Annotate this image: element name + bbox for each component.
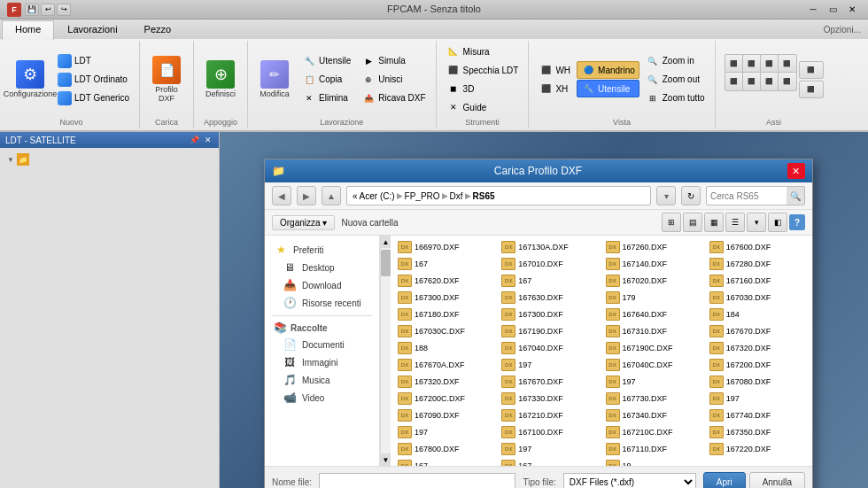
assi-btn-2[interactable]: ⬛ — [742, 54, 762, 74]
tab-home[interactable]: Home — [2, 20, 54, 40]
filename-input[interactable] — [319, 473, 515, 488]
cancel-btn[interactable]: Annulla — [749, 472, 805, 488]
breadcrumb-expand-btn[interactable]: ▾ — [656, 186, 676, 205]
scroll-up-btn[interactable]: ▲ — [381, 236, 391, 248]
breadcrumb-rs65[interactable]: RS65 — [473, 191, 495, 201]
panel-close-btn[interactable]: ✕ — [203, 136, 213, 144]
zoom-out-btn[interactable]: 🔍 Zoom out — [641, 71, 709, 89]
file-item[interactable]: DX179 — [602, 290, 705, 306]
open-btn[interactable]: Apri — [703, 472, 746, 488]
file-item[interactable]: DX167080.DXF — [706, 374, 809, 390]
file-item[interactable]: DX167300.DXF — [394, 290, 497, 306]
assi-btn-7[interactable]: ⬛ — [760, 72, 779, 91]
file-item[interactable]: DX167800.DXF — [394, 441, 497, 457]
panel-pin-btn[interactable]: 📌 — [188, 136, 201, 144]
sidebar-documenti[interactable]: 📄 Documenti — [265, 336, 379, 353]
file-item[interactable]: DX197 — [498, 357, 601, 373]
preview-btn[interactable]: ◧ — [768, 213, 787, 232]
configurazione-btn[interactable]: ⚙ Configurazione — [9, 53, 51, 106]
file-item[interactable]: DX188 — [394, 340, 497, 356]
view-medium-btn[interactable]: ▤ — [683, 213, 702, 232]
ldt-generico-btn[interactable]: LDT Generico — [53, 89, 134, 107]
breadcrumb-fppro[interactable]: FP_PRO — [405, 191, 440, 201]
close-btn[interactable]: ✕ — [843, 3, 861, 17]
zoom-in-btn[interactable]: 🔍 Zoom in — [641, 52, 709, 70]
assi-btn-1[interactable]: ⬛ — [725, 54, 744, 74]
file-item[interactable]: DX167220.DXF — [706, 441, 809, 457]
view-small-btn[interactable]: ▦ — [704, 213, 724, 232]
sidebar-immagini[interactable]: 🖼 Immagini — [265, 353, 379, 371]
wh-btn[interactable]: ⬛ WH — [534, 61, 575, 79]
ldt-btn[interactable]: LDT — [53, 52, 134, 70]
file-item[interactable]: DX167210C.DXF — [602, 424, 705, 440]
file-item[interactable]: DX167740.DXF — [706, 407, 809, 423]
xh-btn[interactable]: ⬛ XH — [534, 80, 575, 97]
new-folder-btn[interactable]: Nuova cartella — [338, 216, 402, 229]
tab-pezzo[interactable]: Pezzo — [131, 20, 185, 40]
file-item[interactable]: DX167300.DXF — [498, 306, 601, 322]
file-item[interactable]: DX167110.DXF — [602, 441, 705, 457]
ricava-dxf-btn[interactable]: 📤 Ricava DXF — [357, 89, 430, 107]
view-dropdown-btn[interactable]: ▾ — [747, 213, 766, 232]
file-item[interactable]: DX167190.DXF — [498, 323, 601, 339]
file-item[interactable]: DX167200C.DXF — [394, 391, 497, 407]
minimize-btn[interactable]: ─ — [804, 3, 822, 17]
file-item[interactable]: DX167670.DXF — [498, 374, 601, 390]
file-item[interactable]: DX167730.DXF — [602, 391, 705, 407]
file-item[interactable]: DX167210.DXF — [498, 407, 601, 423]
specchia-ldt-btn[interactable]: ⬛ Specchia LDT — [442, 61, 523, 79]
breadcrumb-drive[interactable]: Acer (C:) — [360, 191, 395, 201]
utensile-btn[interactable]: 🔧 Utensile — [298, 52, 355, 70]
assi-btn-6[interactable]: ⬛ — [742, 72, 762, 91]
file-item[interactable]: DX197 — [602, 374, 705, 390]
file-item[interactable]: DX167280.DXF — [706, 256, 809, 272]
organiza-btn[interactable]: Organizza ▾ — [272, 215, 335, 230]
unisci-btn[interactable]: ⊕ Unisci — [357, 71, 430, 89]
file-item[interactable]: DX167010.DXF — [498, 256, 601, 272]
tree-root[interactable]: ▼ 📁 — [4, 151, 215, 167]
up-btn[interactable]: ▲ — [322, 186, 341, 205]
search-btn[interactable]: 🔍 — [787, 187, 804, 205]
file-item[interactable]: DX167 — [394, 256, 497, 272]
file-scrollbar[interactable]: ▲ ▼ — [380, 236, 391, 466]
file-item[interactable]: DX167310.DXF — [602, 323, 705, 339]
view-large-btn[interactable]: ⊞ — [662, 213, 681, 232]
file-item[interactable]: DX167670A.DXF — [394, 357, 497, 373]
file-item[interactable]: DX167090.DXF — [394, 407, 497, 423]
file-item[interactable]: DX167620.DXF — [394, 273, 497, 289]
search-input[interactable] — [707, 191, 787, 201]
sidebar-musica[interactable]: 🎵 Musica — [265, 371, 379, 389]
file-item[interactable]: DX167 — [394, 458, 497, 466]
file-item[interactable]: DX167640.DXF — [602, 306, 705, 322]
3d-btn[interactable]: ◼ 3D — [442, 80, 523, 97]
copia-btn[interactable]: 📋 Copia — [298, 71, 355, 89]
misura-btn[interactable]: 📐 Misura — [442, 43, 523, 60]
assi-btn-big-1[interactable]: ⬛ — [799, 61, 824, 79]
assi-btn-big-2[interactable]: ⬛ — [799, 81, 824, 98]
refresh-btn[interactable]: ↻ — [681, 186, 701, 205]
file-item[interactable]: DX167320.DXF — [394, 374, 497, 390]
file-item[interactable]: DX167030.DXF — [706, 290, 809, 306]
assi-btn-5[interactable]: ⬛ — [725, 72, 744, 91]
file-item[interactable]: DX167340.DXF — [602, 407, 705, 423]
file-item[interactable]: DX167330.DXF — [498, 391, 601, 407]
scroll-down-btn[interactable]: ▼ — [381, 453, 391, 466]
restore-btn[interactable]: ▭ — [824, 3, 841, 17]
ldt-ordinato-btn[interactable]: LDT Ordinato — [53, 71, 134, 89]
file-item[interactable]: DX197 — [706, 391, 809, 407]
assi-btn-4[interactable]: ⬛ — [778, 54, 797, 74]
sidebar-risorse[interactable]: 🕐 Risorse recenti — [265, 294, 379, 312]
file-item[interactable]: DX167 — [498, 458, 601, 466]
help-btn[interactable]: ? — [789, 214, 805, 230]
sidebar-video[interactable]: 📹 Video — [265, 389, 379, 407]
undo-quick-btn[interactable]: ↩ — [41, 4, 55, 16]
file-item[interactable]: DX167030C.DXF — [394, 323, 497, 339]
file-item[interactable]: DX184 — [706, 306, 809, 322]
zoom-tutto-btn[interactable]: ⊞ Zoom tutto — [641, 89, 709, 107]
options-btn[interactable]: Opzioni... — [824, 25, 861, 35]
file-item[interactable]: DX167320.DXF — [706, 340, 809, 356]
file-item[interactable]: DX167020.DXF — [602, 273, 705, 289]
file-item[interactable]: DX19 — [602, 458, 705, 466]
sidebar-download[interactable]: 📥 Download — [265, 276, 379, 294]
view-list-btn[interactable]: ☰ — [725, 213, 745, 232]
